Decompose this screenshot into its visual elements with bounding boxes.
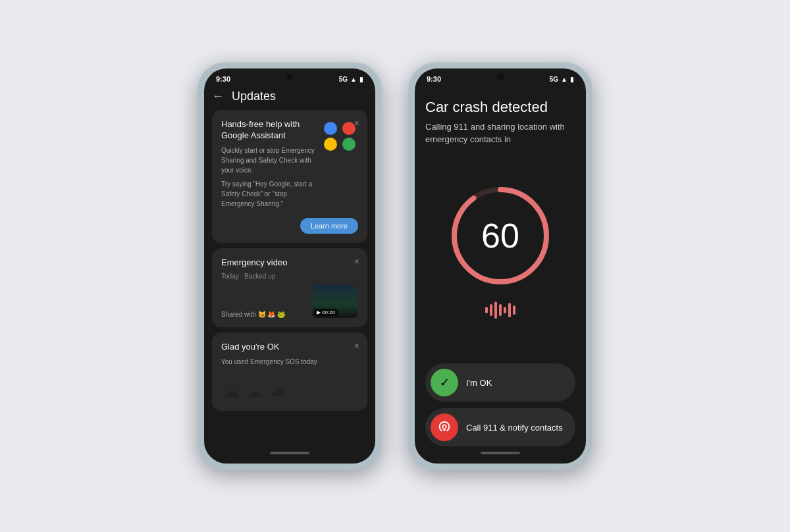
- waveform-icon: [485, 302, 515, 319]
- signal-right: ▲: [561, 76, 567, 83]
- wave-bar-3: [494, 302, 497, 319]
- back-button[interactable]: ←: [212, 90, 224, 103]
- cloud-icon-2: ☁: [248, 384, 262, 402]
- ok-button-label: I'm OK: [466, 378, 492, 388]
- avatar-emojis: 🐱 🦊 🐸: [258, 311, 286, 318]
- call-911-button[interactable]: Call 911 & notify contacts: [425, 408, 575, 446]
- network-right: 5G: [550, 76, 558, 83]
- crash-title: Car crash detected: [425, 99, 575, 116]
- video-meta: Today · Backed up: [221, 273, 358, 280]
- close-ok-button[interactable]: ×: [354, 340, 359, 351]
- camera-notch-right: [497, 74, 504, 80]
- ga-card-body1: Quickly start or stop Emergency Sharing …: [221, 146, 319, 175]
- card-glad-ok: × Glad you're OK You used Emergency SOS …: [212, 332, 367, 411]
- learn-more-button[interactable]: Learn more: [300, 218, 358, 234]
- countdown-number: 60: [481, 216, 519, 255]
- close-video-button[interactable]: ×: [354, 256, 359, 267]
- wave-bar-5: [504, 307, 506, 313]
- check-icon: ✓: [431, 369, 458, 396]
- ga-dot-blue: [324, 122, 337, 135]
- signal-left: ▲: [350, 76, 357, 83]
- wave-bar-1: [485, 307, 488, 313]
- action-buttons: ✓ I'm OK Call 911 & notify contacts: [425, 363, 575, 446]
- wave-bar-4: [499, 304, 502, 316]
- video-thumbnail[interactable]: ▶ 00:20: [312, 285, 358, 318]
- ga-card-title: Hands-free help with Google Assistant: [221, 119, 319, 142]
- call-button-label: Call 911 & notify contacts: [466, 423, 563, 433]
- card-google-assistant: × Hands-free help with Google Assistant …: [212, 110, 367, 243]
- ok-card-body: You used Emergency SOS today: [221, 357, 358, 367]
- card-emergency-video: × Emergency video Today · Backed up Shar…: [212, 248, 367, 327]
- network-left: 5G: [339, 76, 348, 83]
- ga-dot-yellow: [324, 138, 337, 151]
- battery-left: ▮: [359, 76, 363, 83]
- crash-subtitle: Calling 911 and sharing location with em…: [425, 121, 575, 145]
- time-right: 9:30: [427, 75, 441, 83]
- shared-with-label: Shared with 🐱 🦊 🐸: [221, 311, 285, 318]
- video-card-title: Emergency video: [221, 257, 358, 269]
- ok-card-title: Glad you're OK: [221, 342, 358, 353]
- ga-card-body2: Try saying "Hey Google, start a Safety C…: [221, 179, 319, 209]
- wave-bar-7: [513, 306, 515, 315]
- cloud-icon-3: ☁: [270, 380, 287, 402]
- video-duration: ▶ 00:20: [314, 309, 338, 316]
- wifi-sos-icon: [431, 413, 458, 441]
- countdown-circle: 60: [448, 183, 553, 288]
- timer-container: 60: [425, 159, 575, 363]
- google-assistant-icon: [324, 119, 358, 153]
- phone-left: 9:30 5G ▲ ▮ ← Updates × Hands-free help …: [198, 62, 382, 470]
- page-title: Updates: [232, 90, 276, 103]
- phone-right: 9:30 5G ▲ ▮ Car crash detected Calling 9…: [408, 62, 592, 470]
- time-left: 9:30: [216, 75, 230, 83]
- sos-svg: [437, 420, 452, 435]
- cloud-icon-1: ☁: [221, 380, 240, 402]
- camera-notch: [286, 74, 293, 80]
- wave-bar-2: [490, 304, 492, 316]
- wave-bar-6: [508, 303, 511, 317]
- gesture-bar-left: [270, 452, 309, 454]
- battery-right: ▮: [570, 76, 574, 83]
- gesture-bar-right: [481, 452, 520, 454]
- header-bar: ← Updates: [212, 86, 367, 110]
- ga-dot-red: [342, 122, 356, 135]
- ga-dot-green: [342, 138, 356, 151]
- im-ok-button[interactable]: ✓ I'm OK: [425, 363, 575, 402]
